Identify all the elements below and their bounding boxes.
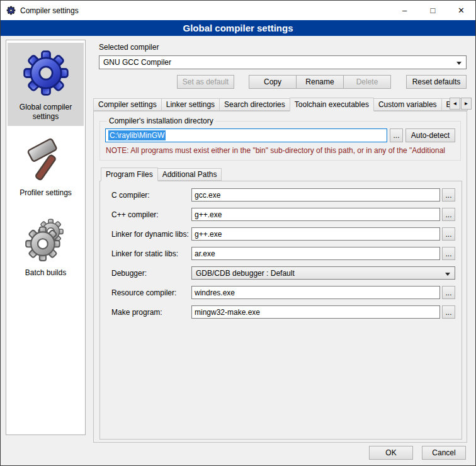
c-compiler-value: gcc.exe — [195, 191, 220, 200]
installation-directory-value: C:\raylib\MinGW — [108, 130, 166, 140]
dialog-footer: OK Cancel — [369, 446, 466, 460]
window-icon — [6, 6, 16, 15]
linker-dynamic-input[interactable]: g++.exe — [191, 227, 440, 241]
debugger-label: Debugger: — [111, 269, 190, 278]
sidebar-item-profiler-settings[interactable]: Profiler settings — [8, 130, 84, 202]
delete-button[interactable]: Delete — [343, 75, 391, 89]
c-compiler-input[interactable]: gcc.exe — [191, 188, 440, 202]
linker-static-browse-button[interactable]: ... — [442, 247, 455, 260]
compiler-settings-window: Compiler settings – □ ✕ Global compiler … — [0, 0, 476, 466]
installation-note: NOTE: All programs must exist either in … — [106, 146, 455, 155]
installation-directory-row: C:\raylib\MinGW ... Auto-detect — [105, 128, 455, 142]
resource-compiler-input[interactable]: windres.exe — [191, 286, 440, 299]
resource-compiler-label: Resource compiler: — [111, 288, 190, 297]
sidebar-item-global-compiler-settings[interactable]: Global compiler settings — [8, 43, 84, 126]
make-program-input[interactable]: mingw32-make.exe — [191, 305, 440, 319]
toolchain-panel: Compiler's installation directory C:\ray… — [93, 111, 467, 443]
settings-tabstrip: Compiler settings Linker settings Search… — [92, 97, 472, 111]
tab-custom-variables[interactable]: Custom variables — [373, 98, 442, 111]
chevron-down-icon — [456, 62, 462, 65]
debugger-combobox[interactable]: GDB/CDB debugger : Default — [191, 266, 455, 280]
gray-gears-icon — [21, 212, 71, 263]
cpp-compiler-input[interactable]: g++.exe — [191, 208, 440, 221]
main-content: Selected compiler GNU GCC Compiler Set a… — [92, 40, 472, 443]
maximize-button[interactable]: □ — [419, 1, 447, 20]
settings-sidebar: Global compiler settings Profiler settin… — [6, 40, 86, 435]
reset-defaults-button[interactable]: Reset defaults — [406, 75, 467, 89]
blue-gear-icon — [21, 48, 71, 98]
subtab-additional-paths[interactable]: Additional Paths — [157, 168, 222, 181]
make-program-browse-button[interactable]: ... — [442, 305, 455, 319]
selected-compiler-label: Selected compiler — [99, 43, 472, 52]
make-program-label: Make program: — [111, 308, 190, 317]
cpp-compiler-label: C++ compiler: — [111, 210, 190, 219]
cancel-button[interactable]: Cancel — [422, 446, 466, 460]
installation-directory-input[interactable]: C:\raylib\MinGW — [105, 128, 387, 142]
cpp-compiler-value: g++.exe — [195, 210, 222, 219]
linker-static-label: Linker for static libs: — [111, 249, 190, 258]
sidebar-item-batch-builds[interactable]: Batch builds — [8, 206, 84, 282]
subtab-program-files[interactable]: Program Files — [101, 168, 158, 181]
resource-compiler-browse-button[interactable]: ... — [442, 286, 455, 299]
tab-scroll-right-icon[interactable]: ► — [461, 98, 472, 110]
sidebar-item-label: Profiler settings — [20, 188, 72, 198]
set-as-default-button[interactable]: Set as default — [177, 75, 234, 89]
installation-directory-group: Compiler's installation directory C:\ray… — [99, 116, 461, 161]
tab-scroll-buttons: ◄ ► — [449, 98, 472, 110]
tab-linker-settings[interactable]: Linker settings — [161, 98, 220, 111]
c-compiler-browse-button[interactable]: ... — [442, 188, 455, 202]
compiler-buttons-row: Set as default Copy Rename Delete Reset … — [99, 75, 467, 89]
auto-detect-button[interactable]: Auto-detect — [405, 128, 455, 142]
sidebar-item-label: Global compiler settings — [9, 103, 82, 122]
tab-toolchain-executables[interactable]: Toolchain executables — [290, 98, 374, 111]
cpp-compiler-browse-button[interactable]: ... — [442, 208, 455, 221]
chevron-down-icon — [445, 273, 450, 276]
titlebar: Compiler settings – □ ✕ — [1, 1, 475, 20]
program-files-panel: C compiler: gcc.exe ... C++ compiler: g+… — [99, 181, 462, 440]
program-files-tabstrip: Program Files Additional Paths — [99, 167, 461, 181]
tab-scroll-left-icon[interactable]: ◄ — [450, 98, 460, 110]
selected-compiler-value: GNU GCC Compiler — [103, 58, 171, 67]
resource-compiler-value: windres.exe — [195, 288, 235, 297]
minimize-button[interactable]: – — [390, 1, 419, 20]
sidebar-item-label: Batch builds — [25, 268, 66, 278]
linker-dynamic-label: Linker for dynamic libs: — [111, 230, 190, 239]
linker-dynamic-value: g++.exe — [195, 230, 222, 239]
profiler-tool-icon — [23, 135, 69, 183]
copy-button[interactable]: Copy — [249, 75, 297, 89]
installation-directory-label: Compiler's installation directory — [107, 116, 215, 125]
rename-button[interactable]: Rename — [296, 75, 344, 89]
tab-search-directories[interactable]: Search directories — [219, 98, 290, 111]
close-button[interactable]: ✕ — [447, 1, 475, 20]
linker-static-value: ar.exe — [195, 249, 215, 258]
linker-dynamic-browse-button[interactable]: ... — [442, 227, 455, 241]
debugger-value: GDB/CDB debugger : Default — [196, 269, 295, 278]
linker-static-input[interactable]: ar.exe — [191, 247, 440, 260]
selected-compiler-combobox[interactable]: GNU GCC Compiler — [99, 55, 467, 69]
dialog-header: Global compiler settings — [1, 20, 475, 36]
tab-compiler-settings[interactable]: Compiler settings — [93, 98, 162, 111]
ok-button[interactable]: OK — [369, 446, 413, 460]
c-compiler-label: C compiler: — [111, 191, 190, 200]
window-title: Compiler settings — [20, 6, 390, 15]
directory-browse-button[interactable]: ... — [390, 128, 403, 142]
make-program-value: mingw32-make.exe — [195, 308, 260, 317]
